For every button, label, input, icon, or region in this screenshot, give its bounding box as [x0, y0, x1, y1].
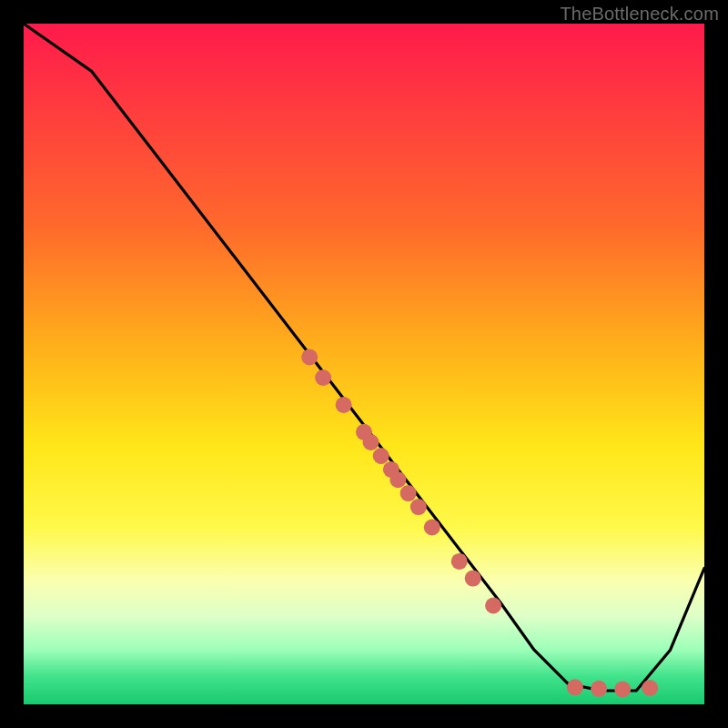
data-point	[424, 520, 440, 536]
data-point	[389, 471, 406, 488]
data-point	[410, 499, 427, 515]
curve-layer	[24, 24, 704, 691]
points-layer	[301, 349, 658, 698]
chart-overlay	[0, 0, 728, 728]
data-point	[465, 571, 481, 587]
data-point	[315, 369, 331, 386]
data-point	[373, 448, 389, 464]
chart-stage: TheBottleneck.com	[0, 0, 728, 728]
data-point	[567, 679, 583, 695]
data-point	[485, 598, 501, 614]
data-point	[642, 680, 658, 696]
data-point	[451, 553, 468, 570]
data-point	[363, 434, 379, 450]
data-point	[591, 681, 607, 697]
data-point	[614, 682, 631, 698]
bottleneck-curve	[24, 24, 704, 691]
data-point	[301, 349, 318, 366]
data-point	[336, 397, 352, 413]
data-point	[400, 485, 417, 501]
